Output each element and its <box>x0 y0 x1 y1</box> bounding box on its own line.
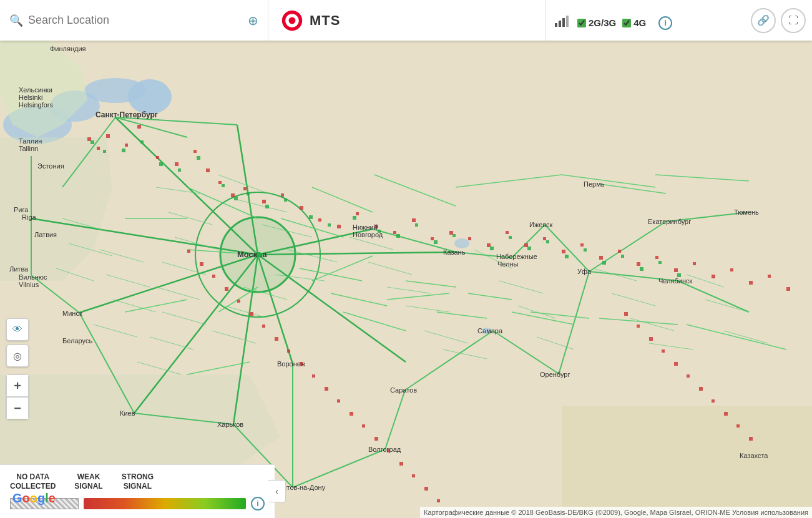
info-icon: i <box>665 19 667 27</box>
layer-visibility-button[interactable]: 👁 <box>6 318 29 341</box>
svg-rect-147 <box>786 287 790 291</box>
svg-rect-200 <box>490 247 494 250</box>
legend-info-button[interactable]: i <box>251 497 265 511</box>
expand-button[interactable]: ⛶ <box>781 8 806 33</box>
svg-rect-121 <box>300 206 303 210</box>
svg-text:Хельсинки: Хельсинки <box>19 86 52 94</box>
svg-text:Воронеж: Воронеж <box>277 360 306 368</box>
svg-rect-132 <box>506 231 509 234</box>
signal-bars-icon <box>555 16 569 30</box>
svg-rect-126 <box>393 231 396 234</box>
svg-rect-198 <box>434 240 438 244</box>
svg-rect-148 <box>187 250 190 253</box>
svg-rect-183 <box>140 140 144 144</box>
network-2g3g-control[interactable]: 2G/3G <box>577 17 616 28</box>
svg-rect-168 <box>437 499 440 502</box>
svg-rect-191 <box>284 198 287 202</box>
map-svg: Финляндия Хельсинки Helsinki Helsingfors… <box>0 0 812 518</box>
network-controls: 2G/3G 4G i <box>555 16 672 30</box>
svg-rect-111 <box>137 125 141 129</box>
header: 🔍 ⊕ MTS NETWORK TYPE <box>0 0 812 41</box>
svg-rect-252 <box>555 23 557 27</box>
svg-rect-163 <box>374 437 378 441</box>
svg-rect-171 <box>649 337 653 341</box>
svg-rect-119 <box>262 200 266 203</box>
svg-rect-115 <box>206 169 210 172</box>
svg-text:Набережные: Набережные <box>496 253 537 260</box>
svg-rect-142 <box>693 262 696 265</box>
svg-rect-187 <box>222 184 225 187</box>
svg-text:Нижний: Нижний <box>353 223 378 231</box>
network-4g-control[interactable]: 4G <box>622 17 646 28</box>
svg-text:Таллин: Таллин <box>19 137 42 145</box>
svg-rect-207 <box>621 255 624 258</box>
svg-rect-110 <box>125 144 128 147</box>
svg-rect-141 <box>674 268 678 272</box>
svg-rect-152 <box>237 300 240 303</box>
network-4g-label: 4G <box>633 17 646 28</box>
search-section: 🔍 ⊕ <box>0 0 268 41</box>
svg-rect-202 <box>527 247 531 250</box>
zoom-out-button[interactable]: − <box>6 397 29 419</box>
svg-text:Tallinn: Tallinn <box>19 145 38 152</box>
collapse-legend-button[interactable]: ‹ <box>268 480 286 502</box>
svg-text:Helsingfors: Helsingfors <box>19 101 54 109</box>
svg-rect-109 <box>106 134 110 138</box>
network-section: NETWORK TYPE 2G/3G 4G i <box>545 0 745 41</box>
svg-text:Казахста: Казахста <box>740 452 768 459</box>
svg-rect-135 <box>562 250 565 253</box>
svg-rect-140 <box>655 256 658 259</box>
svg-text:Самара: Самара <box>477 327 503 335</box>
search-input[interactable] <box>28 14 153 27</box>
map-container[interactable]: Финляндия Хельсинки Helsinki Helsingfors… <box>0 0 812 518</box>
svg-rect-153 <box>250 312 253 316</box>
location-icon: ◎ <box>13 350 22 362</box>
svg-text:Волгоград: Волгоград <box>368 446 401 453</box>
svg-rect-201 <box>509 236 512 239</box>
google-logo: Google <box>12 491 56 506</box>
brand-logo <box>281 9 303 32</box>
svg-text:Саратов: Саратов <box>390 386 417 394</box>
zoom-in-button[interactable]: + <box>6 374 29 397</box>
svg-rect-205 <box>584 248 587 252</box>
network-info-button[interactable]: i <box>658 16 672 30</box>
svg-text:Беларусь: Беларусь <box>62 337 92 345</box>
svg-text:Пермь: Пермь <box>584 180 605 188</box>
svg-text:Уфа: Уфа <box>577 268 592 275</box>
svg-rect-181 <box>103 150 106 153</box>
svg-rect-189 <box>247 192 250 195</box>
svg-rect-116 <box>218 181 222 184</box>
location-button[interactable]: ◎ <box>6 345 29 367</box>
svg-text:Челябинск: Челябинск <box>658 277 692 285</box>
network-4g-checkbox[interactable] <box>622 19 631 27</box>
link-button[interactable]: 🔗 <box>751 8 776 33</box>
svg-rect-150 <box>212 275 215 278</box>
search-icon: 🔍 <box>9 14 23 27</box>
svg-point-228 <box>257 252 262 257</box>
svg-rect-197 <box>415 223 418 227</box>
svg-rect-167 <box>424 487 428 491</box>
svg-rect-112 <box>156 156 159 159</box>
svg-rect-122 <box>318 218 321 222</box>
svg-rect-162 <box>362 424 365 428</box>
strong-signal-label: STRONGSIGNAL <box>122 472 154 492</box>
svg-rect-253 <box>559 21 561 27</box>
svg-rect-159 <box>325 387 328 391</box>
no-data-label: NO DATACOLLECTED <box>10 472 56 492</box>
attribution: Картографические данные © 2018 GeoBasis-… <box>420 507 812 518</box>
gps-icon[interactable]: ⊕ <box>248 13 258 28</box>
svg-rect-139 <box>637 262 640 266</box>
svg-rect-118 <box>243 187 247 190</box>
svg-text:Казань: Казань <box>443 248 466 256</box>
svg-rect-130 <box>468 237 471 240</box>
svg-text:Литва: Литва <box>9 265 29 273</box>
svg-rect-185 <box>178 169 181 172</box>
svg-rect-136 <box>580 243 584 247</box>
svg-rect-203 <box>546 240 549 243</box>
svg-rect-255 <box>566 16 569 27</box>
network-2g3g-checkbox[interactable] <box>577 19 586 27</box>
svg-text:Новгород: Новгород <box>353 231 383 238</box>
svg-text:Ижевск: Ижевск <box>529 221 553 228</box>
svg-rect-155 <box>275 337 278 341</box>
svg-rect-206 <box>602 261 606 265</box>
